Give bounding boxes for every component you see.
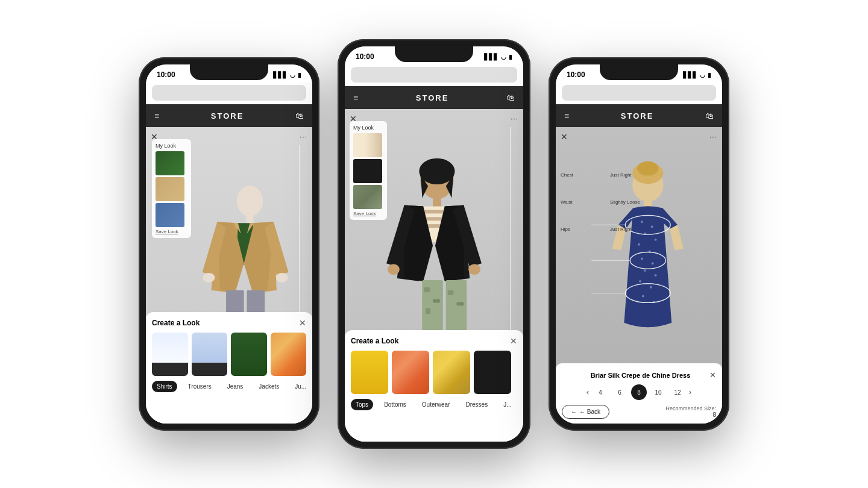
svg-rect-20 <box>456 302 464 305</box>
look-thumb-stripe-2[interactable] <box>353 133 382 157</box>
size-4[interactable]: 4 <box>593 384 608 400</box>
cat-trousers[interactable]: Trousers <box>183 381 216 392</box>
svg-point-0 <box>237 186 263 216</box>
app-title-1: STORE <box>211 111 244 120</box>
size-6[interactable]: 6 <box>612 384 627 400</box>
cat-tops[interactable]: Tops <box>351 399 373 410</box>
cat-jackets[interactable]: Jackets <box>254 381 284 392</box>
svg-point-33 <box>641 257 643 260</box>
time-3: 10:00 <box>567 70 585 79</box>
svg-rect-19 <box>448 290 454 295</box>
size-12[interactable]: 12 <box>670 384 685 400</box>
cat-outerwear[interactable]: Outerwear <box>417 399 455 410</box>
bag-icon-1[interactable]: 🛍 <box>295 111 304 120</box>
create-look-panel-2: Create a Look ✕ Tops Bottoms Outerwear D… <box>345 330 523 442</box>
back-label: ← Back <box>579 408 600 415</box>
product-floral-top[interactable] <box>392 351 429 394</box>
dots-icon-1[interactable]: ··· <box>300 133 307 141</box>
search-area-2 <box>345 64 523 86</box>
product-black-top[interactable] <box>474 351 511 394</box>
products-row-1 <box>152 333 306 376</box>
back-button[interactable]: ← ← Back <box>562 405 609 419</box>
product-scarf[interactable] <box>271 333 307 376</box>
size-8-active[interactable]: 8 <box>631 384 647 400</box>
phone-2: 10:00 ▋▋▋ ◡ ▮ ≡ STORE 🛍 ✕ ··· <box>338 39 530 449</box>
cat-ju[interactable]: Ju... <box>290 381 306 392</box>
recommended-label: Recommended Size: <box>609 405 716 411</box>
signal-icon-2: ▋▋▋ <box>484 54 498 60</box>
app-header-3: ≡ STORE 🛍 <box>556 104 722 127</box>
phone-3: 10:00 ▋▋▋ ◡ ▮ ≡ STORE 🛍 ✕ ··· <box>549 57 729 431</box>
signal-icon-1: ▋▋▋ <box>273 72 288 78</box>
svg-point-37 <box>639 280 641 283</box>
back-arrow-icon: ← <box>571 408 577 415</box>
recommended-value: 8 <box>609 411 716 418</box>
notch-3 <box>600 64 678 80</box>
wifi-icon-2: ◡ <box>501 54 506 60</box>
battery-icon-1: ▮ <box>298 72 301 78</box>
product-pattern-top[interactable] <box>433 351 470 394</box>
svg-point-35 <box>644 269 646 272</box>
search-bar-1[interactable] <box>152 85 306 101</box>
panel-title-2: Create a Look <box>351 337 398 345</box>
app-header-1: ≡ STORE 🛍 <box>146 104 312 127</box>
hamburger-icon-2[interactable]: ≡ <box>353 93 358 102</box>
panel-close-1[interactable]: ✕ <box>299 318 306 328</box>
product-yellow-top[interactable] <box>351 351 388 394</box>
cat-dresses[interactable]: Dresses <box>461 399 493 410</box>
hamburger-icon-1[interactable]: ≡ <box>154 111 159 120</box>
svg-point-28 <box>651 225 653 228</box>
size-row: ‹ 4 6 8 10 12 › <box>562 384 716 400</box>
cat-j2[interactable]: J... <box>498 399 516 410</box>
save-look-1[interactable]: Save Look <box>156 229 187 234</box>
panel-close-2[interactable]: ✕ <box>510 336 517 346</box>
prev-size-arrow[interactable]: ‹ <box>587 388 589 396</box>
my-look-panel-2: My Look Save Look <box>350 121 387 220</box>
fit-row-waist: Waist Slightly Loose <box>561 199 640 205</box>
battery-icon-3: ▮ <box>708 72 711 78</box>
size-panel: Briar Silk Crepe de Chine Dress ✕ ‹ 4 6 … <box>556 363 722 424</box>
size-10[interactable]: 10 <box>650 384 666 400</box>
fit-value-waist: Slightly Loose <box>610 199 640 205</box>
cat-bottoms[interactable]: Bottoms <box>379 399 411 410</box>
product-shirt-white[interactable] <box>152 333 188 376</box>
bag-icon-3[interactable]: 🛍 <box>705 111 714 120</box>
look-thumb-jeans-1[interactable] <box>156 203 184 227</box>
fit-area-chest: Chest <box>561 172 582 178</box>
look-thumb-shirt-1[interactable] <box>156 151 184 175</box>
app-title-3: STORE <box>621 111 654 120</box>
wifi-icon-3: ◡ <box>700 72 705 78</box>
save-look-2[interactable]: Save Look <box>353 211 383 216</box>
phones-container: 10:00 ▋▋▋ ◡ ▮ ≡ STORE 🛍 ✕ ··· <box>0 27 868 461</box>
search-area-1 <box>146 83 312 104</box>
bag-icon-2[interactable]: 🛍 <box>506 93 515 102</box>
my-look-title-1: My Look <box>156 143 187 149</box>
look-thumb-jacket-2[interactable] <box>353 159 382 183</box>
svg-rect-18 <box>426 308 430 314</box>
product-shirt-blue[interactable] <box>192 333 228 376</box>
look-thumb-pants-1[interactable] <box>156 177 184 201</box>
search-bar-2[interactable] <box>351 67 517 83</box>
app-title-2: STORE <box>416 93 449 102</box>
svg-point-27 <box>641 221 643 223</box>
fit-labels-container: Chest Just Right Waist Slightly Loose Hi… <box>561 172 640 232</box>
svg-rect-11 <box>422 210 445 213</box>
svg-point-34 <box>652 262 654 264</box>
fit-row-chest: Chest Just Right <box>561 172 640 178</box>
cat-jeans[interactable]: Jeans <box>222 381 248 392</box>
hamburger-icon-3[interactable]: ≡ <box>564 111 569 120</box>
product-polo-green[interactable] <box>231 333 267 376</box>
fit-area-hips: Hips <box>561 227 582 232</box>
status-icons-3: ▋▋▋ ◡ ▮ <box>683 72 711 78</box>
main-area-2: ✕ ··· <box>345 109 523 442</box>
app-header-2: ≡ STORE 🛍 <box>345 86 523 109</box>
wifi-icon-1: ◡ <box>290 72 295 78</box>
size-close-icon[interactable]: ✕ <box>709 371 716 380</box>
look-thumb-camo-2[interactable] <box>353 185 382 209</box>
svg-point-38 <box>650 286 652 289</box>
next-size-arrow[interactable]: › <box>689 388 691 396</box>
phone-1: 10:00 ▋▋▋ ◡ ▮ ≡ STORE 🛍 ✕ ··· <box>139 57 319 431</box>
cat-shirts[interactable]: Shirts <box>152 381 177 392</box>
main-area-1: ✕ ··· <box>146 127 312 424</box>
search-bar-3[interactable] <box>562 85 716 101</box>
